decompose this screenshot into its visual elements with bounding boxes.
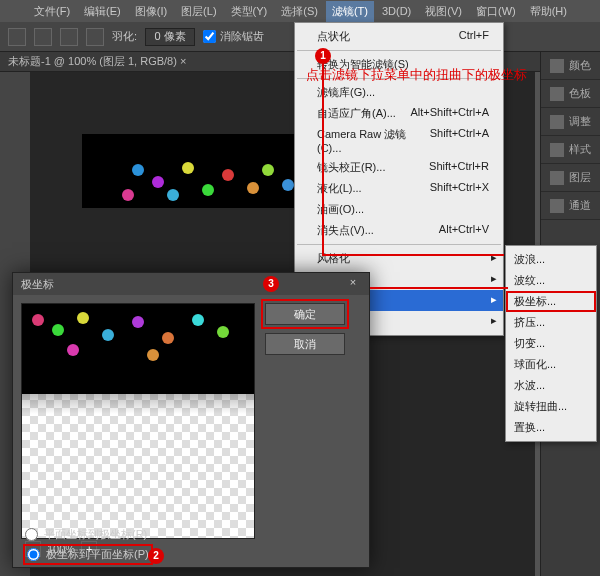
menu-item[interactable]: 编辑(E) [78,1,127,22]
panel-icon [550,59,564,73]
ok-button[interactable]: 确定 [265,303,345,325]
menu-item[interactable]: 镜头校正(R)...Shift+Ctrl+R [295,157,503,178]
menu-item[interactable]: Camera Raw 滤镜(C)...Shift+Ctrl+A [295,124,503,157]
close-icon[interactable]: × [345,276,361,292]
marquee-ellipse-icon[interactable] [60,28,78,46]
panel-tab[interactable]: 色板 [541,80,600,108]
annotation-text: 点击滤镜下拉菜单中的扭曲下的极坐标 [306,66,527,84]
annotation-badge-3: 3 [263,276,279,292]
annotation-arrow [322,254,504,256]
menu-bar: 文件(F)编辑(E)图像(I)图层(L)类型(Y)选择(S)滤镜(T)3D(D)… [0,0,600,22]
dialog-title: 极坐标 [21,277,54,292]
tool-preset-icon[interactable] [8,28,26,46]
menu-item[interactable]: 风格化▸ [295,248,503,269]
marquee-row-icon[interactable] [86,28,104,46]
submenu-item[interactable]: 水波... [506,375,596,396]
panel-tab[interactable]: 图层 [541,164,600,192]
menu-item[interactable]: 滤镜(T) [326,1,374,22]
menu-item[interactable]: 油画(O)... [295,199,503,220]
panel-tab[interactable]: 颜色 [541,52,600,80]
menu-item[interactable]: 点状化Ctrl+F [295,26,503,47]
submenu-item[interactable]: 旋转扭曲... [506,396,596,417]
menu-item[interactable]: 帮助(H) [524,1,573,22]
menu-item[interactable]: 视图(V) [419,1,468,22]
radio-rect-to-polar[interactable]: 平面坐标到极坐标(R) [25,527,151,542]
preview-image[interactable] [21,303,255,539]
annotation-badge-1: 1 [315,48,331,64]
cancel-button[interactable]: 取消 [265,333,345,355]
menu-item[interactable]: 消失点(V)...Alt+Ctrl+V [295,220,503,241]
menu-item[interactable]: 类型(Y) [225,1,274,22]
annotation-arrow [322,64,324,254]
chevron-right-icon: ▸ [491,293,497,306]
chevron-right-icon: ▸ [491,251,497,264]
panel-icon [550,115,564,129]
submenu-item[interactable]: 极坐标... [506,291,596,312]
panel-icon [550,171,564,185]
menu-item[interactable]: 窗口(W) [470,1,522,22]
polar-dialog: 极坐标 × − 100 [12,272,370,568]
close-icon[interactable]: × [180,55,186,67]
annotation-arrow [370,287,508,289]
feather-label: 羽化: [112,29,137,44]
panel-icon [550,87,564,101]
annotation-badge-2: 2 [148,548,164,564]
panel-icon [550,199,564,213]
radio-polar-to-rect[interactable]: 极坐标到平面坐标(P) [25,546,151,563]
menu-item[interactable]: 文件(F) [28,1,76,22]
menu-item[interactable]: 图层(L) [175,1,222,22]
menu-item[interactable]: 选择(S) [275,1,324,22]
submenu-item[interactable]: 切变... [506,333,596,354]
distort-submenu: 波浪...波纹...极坐标...挤压...切变...球面化...水波...旋转扭… [505,245,597,442]
panel-icon [550,143,564,157]
chevron-right-icon: ▸ [491,272,497,285]
antialias-checkbox[interactable]: 消除锯齿 [203,29,264,44]
submenu-item[interactable]: 波纹... [506,270,596,291]
panel-tab[interactable]: 调整 [541,108,600,136]
menu-item[interactable]: 自适应广角(A)...Alt+Shift+Ctrl+A [295,103,503,124]
submenu-item[interactable]: 置换... [506,417,596,438]
menu-item[interactable]: 3D(D) [376,2,417,20]
panel-tab[interactable]: 样式 [541,136,600,164]
submenu-item[interactable]: 球面化... [506,354,596,375]
menu-item[interactable]: 图像(I) [129,1,173,22]
menu-item[interactable]: 滤镜库(G)... [295,82,503,103]
submenu-item[interactable]: 波浪... [506,249,596,270]
marquee-rect-icon[interactable] [34,28,52,46]
menu-item[interactable]: 液化(L)...Shift+Ctrl+X [295,178,503,199]
feather-input[interactable] [145,28,195,46]
panel-tab[interactable]: 通道 [541,192,600,220]
submenu-item[interactable]: 挤压... [506,312,596,333]
chevron-right-icon: ▸ [491,314,497,327]
